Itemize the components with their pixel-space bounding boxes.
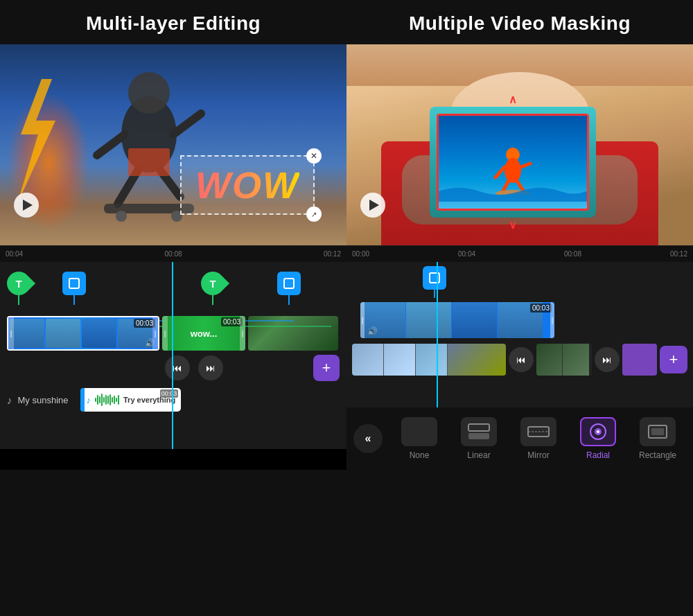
svg-marker-1 (17, 79, 55, 204)
pin-t-letter-1: T (15, 278, 21, 290)
left-timeline-ruler: 00:04 00:08 00:12 (0, 245, 346, 262)
wave-svg (439, 181, 587, 202)
right-clip-time: 00:03 (530, 303, 552, 313)
right-skip-back-icon: ⏮ (516, 354, 526, 365)
purple-segment (622, 344, 657, 376)
left-play-button[interactable] (14, 193, 39, 218)
mask-linear[interactable]: Linear (450, 417, 507, 460)
left-ruler-marks: 00:04 00:08 00:12 (6, 250, 341, 258)
right-pin-sq (423, 266, 446, 298)
right-skip-fwd-icon: ⏭ (602, 354, 612, 365)
svg-rect-20 (468, 433, 489, 439)
radial-svg (588, 422, 608, 441)
svg-rect-27 (651, 428, 664, 435)
main-content: ✕ WOW ↗ 00:04 00:08 00:12 (0, 44, 693, 470)
right-ruler-marks: 00:00 00:04 00:08 00:12 (352, 250, 687, 258)
green-clip-1-trim-r[interactable]: | (240, 316, 245, 351)
mask-rectangle-icon (640, 417, 676, 446)
svg-line-14 (495, 167, 505, 177)
music-clip[interactable]: ♪ (80, 388, 181, 412)
mirror-svg (527, 423, 550, 441)
left-video-preview: ✕ WOW ↗ (0, 44, 346, 245)
blue-clip-1[interactable]: 00:03 | | 🔊 (7, 316, 159, 351)
back-arrow-button[interactable]: « (353, 424, 383, 453)
left-nav-row: ⏮ ⏭ + (0, 351, 346, 385)
filmstrip-1 (352, 344, 506, 376)
wow-text: WOW (195, 164, 299, 206)
right-clip-trim-r[interactable]: | (550, 302, 554, 338)
left-timeline-area: T T (0, 262, 346, 449)
wow-resize-handle[interactable]: ↗ (306, 206, 322, 222)
wow-overlay[interactable]: ✕ WOW ↗ (180, 155, 315, 215)
add-clip-button[interactable]: + (313, 355, 340, 381)
wow-close-button[interactable]: ✕ (306, 148, 322, 164)
mask-none[interactable]: None (391, 417, 448, 460)
right-timeline-area: 00:03 | | 🔊 ⏮ (346, 262, 693, 407)
right-blue-clip[interactable]: 00:03 | | 🔊 (360, 302, 554, 338)
right-playhead (437, 262, 438, 407)
right-play-button[interactable] (360, 193, 385, 218)
svg-line-4 (97, 134, 125, 155)
right-timeline-ruler: 00:00 00:04 00:08 00:12 (346, 245, 693, 262)
pin-t-shape-2: T (196, 267, 229, 300)
pin-t-shape-1: T (2, 267, 35, 300)
blue-clip-1-trim-l[interactable]: | (8, 317, 14, 349)
blue-clip-1-vol: 🔊 (145, 338, 155, 348)
right-video-preview: ∧ ∨ (346, 44, 693, 245)
mask-selector: « None Linear (346, 407, 693, 470)
pin-t-line-2 (212, 295, 213, 305)
right-panel: ∧ ∨ 00:00 00:04 00:08 00:12 (346, 44, 693, 470)
music-note-icon: ♪ (7, 394, 12, 406)
right-pin-sq-line (434, 290, 435, 298)
left-music-track: ♪ My sunshine ♪ (0, 385, 346, 414)
green-clip-1[interactable]: 00:03 wow... | | (162, 316, 245, 351)
pin-sq-1 (62, 272, 86, 305)
mask-rectangle[interactable]: Rectangle (629, 417, 686, 460)
right-skip-back[interactable]: ⏮ (509, 347, 534, 372)
right-add-icon: + (669, 351, 678, 369)
right-timecode-0004: 00:04 (458, 250, 475, 258)
music-clip-trim-l[interactable] (80, 388, 85, 412)
right-add-button[interactable]: + (660, 346, 687, 373)
timecode-0008: 00:08 (164, 250, 182, 258)
pin-t-line-1 (18, 295, 19, 305)
mask-mirror[interactable]: Mirror (510, 417, 567, 460)
mask-linear-label: Linear (467, 450, 490, 460)
green-clip-1-trim-l[interactable]: | (162, 316, 168, 351)
skip-back-button-1[interactable]: ⏮ (165, 355, 190, 380)
back-arrow-icon: « (365, 432, 371, 445)
svg-line-15 (521, 164, 530, 167)
timecode-0012: 00:12 (324, 250, 341, 258)
play-icon (23, 200, 33, 211)
right-timecode-0000: 00:00 (352, 250, 369, 258)
svg-rect-19 (468, 424, 489, 431)
mask-radial-label: Radial (586, 450, 610, 460)
surfing-mask-overlay[interactable] (437, 114, 589, 211)
pin-sq-shape-1 (62, 272, 86, 295)
left-playhead (172, 262, 173, 449)
linear-svg (467, 423, 491, 441)
mask-radial[interactable]: Radial (570, 417, 626, 460)
skip-fwd-icon-1: ⏭ (206, 362, 216, 373)
svg-point-25 (597, 430, 599, 433)
lightning-svg (7, 79, 69, 204)
mask-none-icon (401, 417, 437, 446)
cup-arrow-down[interactable]: ∨ (509, 218, 517, 231)
filmstrip-2 (536, 344, 592, 376)
left-panel: ✕ WOW ↗ 00:04 00:08 00:12 (0, 44, 346, 470)
rectangle-svg (646, 422, 669, 441)
music-clip-time: 00:03 (160, 389, 179, 398)
right-clip-trim-l[interactable]: | (360, 302, 365, 338)
right-clip-vol-icon: 🔊 (367, 326, 378, 336)
pin-sq-inner-2 (283, 278, 295, 289)
right-lower-tracks: ⏮ ⏭ + (352, 344, 687, 376)
pin-sq-2 (277, 272, 301, 305)
pin-t-1: T (7, 272, 30, 305)
pin-t-letter-2: T (209, 278, 216, 290)
skip-fwd-button-1[interactable]: ⏭ (198, 355, 223, 380)
right-timecode-0008: 00:08 (564, 250, 581, 258)
music-waveform (95, 393, 119, 407)
svg-point-9 (116, 211, 127, 222)
cup-arrow-up[interactable]: ∧ (509, 93, 517, 106)
right-skip-fwd[interactable]: ⏭ (595, 347, 620, 372)
